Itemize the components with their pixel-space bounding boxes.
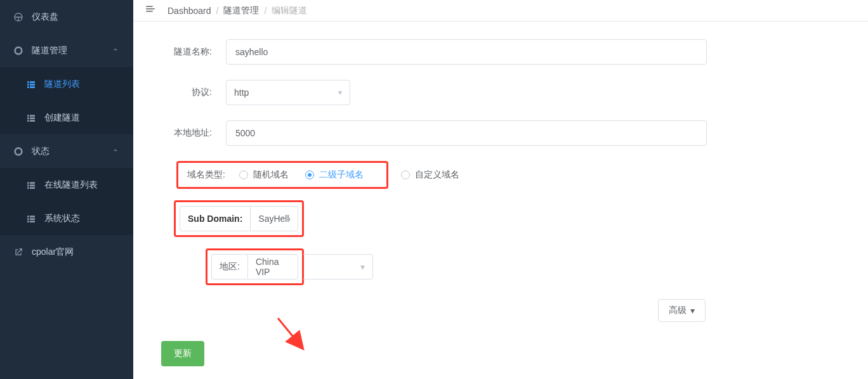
list-icon [25,79,37,90]
sidebar-label-tunnel-list: 隧道列表 [44,79,80,90]
button-advanced-label: 高级 [669,305,687,316]
breadcrumb-sep: / [264,6,266,16]
label-local-addr: 本地地址: [143,127,226,139]
radio-circle-icon [239,170,248,179]
breadcrumb-dashboard[interactable]: Dashboard [168,6,211,16]
svg-line-0 [278,318,301,346]
label-region: 地区: [211,254,247,279]
content: 隧道名称: 协议: http ▾ 本地地址: 域名类型: [133,22,868,379]
label-tunnel-name: 隧道名称: [143,46,226,58]
radio-circle-icon [401,170,410,179]
label-domain-type: 域名类型: [187,169,225,181]
sidebar-item-sys-status[interactable]: 系统状态 [0,202,133,235]
menu-toggle-icon[interactable] [145,3,156,18]
radio-subdomain-label: 二级子域名 [319,169,364,181]
select-protocol-value: http [234,87,249,98]
radio-custom-domain[interactable]: 自定义域名 [401,169,459,181]
sidebar-label-sys-status: 系统状态 [44,213,80,224]
status-icon [13,146,24,157]
input-subdomain[interactable] [250,206,298,231]
highlight-region: 地区: China VIP [206,248,304,285]
sidebar-item-tunnel-list[interactable]: 隧道列表 [0,67,133,101]
radio-random-label: 随机域名 [253,169,289,181]
dashboard-icon [13,11,24,23]
sidebar-item-cpolar-site[interactable]: cpolar官网 [0,235,133,269]
online-icon [25,179,37,191]
select-protocol[interactable]: http ▾ [226,80,350,105]
create-icon [25,112,37,124]
sidebar-item-status[interactable]: 状态 [0,134,133,168]
breadcrumb-tunnel-mgmt[interactable]: 隧道管理 [223,5,259,16]
chevron-up-icon [110,44,121,56]
select-region[interactable]: ▾ [303,254,373,279]
sidebar-item-dashboard[interactable]: 仪表盘 [0,0,133,34]
sidebar-item-create-tunnel[interactable]: 创建隧道 [0,101,133,134]
row-subdomain: Sub Domain: [143,200,858,237]
input-tunnel-name[interactable] [226,39,707,65]
breadcrumb-sep: / [216,6,219,16]
radio-custom-label: 自定义域名 [415,169,459,181]
main: Dashboard / 隧道管理 / 编辑隧道 隧道名称: 协议: http ▾ [133,0,868,379]
button-advanced[interactable]: 高级 ▾ [658,299,706,322]
row-advanced: 高级 ▾ [143,299,858,322]
chevron-down-icon: ▾ [338,88,342,97]
highlight-domain-type: 域名类型: 随机域名 二级子域名 [176,161,388,189]
chevron-up-icon [110,145,121,157]
chevron-down-icon: ▾ [360,262,365,272]
breadcrumb-edit-tunnel: 编辑隧道 [272,5,307,16]
region-value: China VIP [247,254,298,279]
topbar: Dashboard / 隧道管理 / 编辑隧道 [133,0,868,22]
row-protocol: 协议: http ▾ [143,80,858,105]
sidebar: 仪表盘 隧道管理 隧道列表 创建隧道 状态 [0,0,133,379]
radio-subdomain[interactable]: 二级子域名 [305,169,364,181]
sidebar-label-tunnel-mgmt: 隧道管理 [32,45,67,56]
sidebar-label-cpolar-site: cpolar官网 [32,247,74,258]
caret-down-icon: ▾ [690,305,695,316]
sidebar-item-tunnel-mgmt[interactable]: 隧道管理 [0,34,133,67]
tunnel-icon [13,45,24,56]
label-protocol: 协议: [143,87,226,98]
highlight-subdomain: Sub Domain: [174,200,304,237]
label-subdomain: Sub Domain: [180,206,250,231]
breadcrumb: Dashboard / 隧道管理 / 编辑隧道 [168,5,307,16]
sidebar-item-online-tunnels[interactable]: 在线隧道列表 [0,168,133,202]
row-local-addr: 本地地址: [143,120,858,146]
row-region: 地区: China VIP ▾ [143,248,858,285]
row-tunnel-name: 隧道名称: [143,39,858,65]
button-update[interactable]: 更新 [161,341,204,366]
sidebar-label-create-tunnel: 创建隧道 [44,112,80,124]
sidebar-label-dashboard: 仪表盘 [32,11,58,23]
sidebar-label-online-tunnels: 在线隧道列表 [44,179,98,191]
radio-random-domain[interactable]: 随机域名 [239,169,289,181]
row-domain-type: 域名类型: 随机域名 二级子域名 自定义域名 [143,161,858,189]
radio-circle-icon [305,170,314,179]
external-link-icon [13,247,24,258]
input-local-addr[interactable] [226,120,707,146]
sys-icon [25,213,37,224]
sidebar-label-status: 状态 [32,146,49,157]
